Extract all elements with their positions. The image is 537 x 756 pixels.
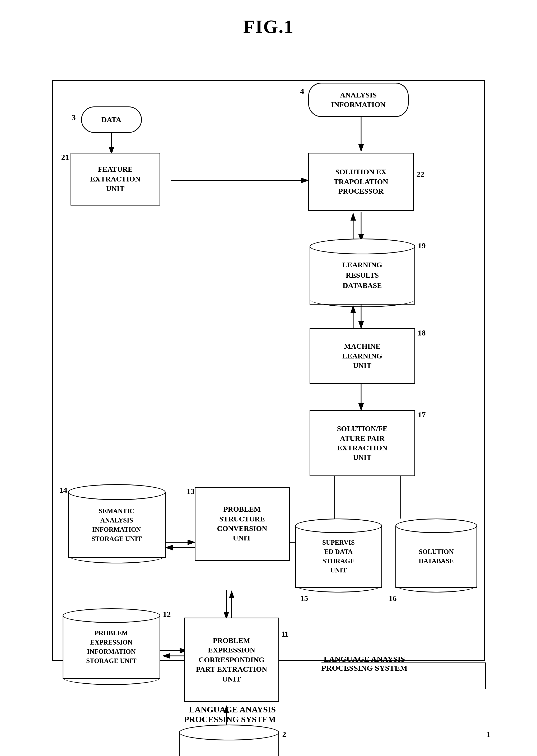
ref-17: 17 [418,410,426,419]
machine-learning-node: MACHINE LEARNING UNIT [310,328,415,384]
semantic-analysis-node: SEMANTIC ANALYSIS INFORMATION STORAGE UN… [68,484,166,564]
solution-feature-pair-node: SOLUTION/FE ATURE PAIR EXTRACTION UNIT [310,410,415,476]
problem-expression-extract-node: PROBLEM EXPRESSION CORRESPONDING PART EX… [184,617,279,702]
raw-corpus-node: RAW CORPUS [179,725,279,756]
learning-results-db: LEARNING RESULTS DATABASE [310,238,415,307]
system-label: LANGUAGE ANAYSIS PROCESSING SYSTEM [184,705,276,724]
ref-22: 22 [417,170,425,179]
ref-2: 2 [282,730,286,739]
language-analysis-label: LANGUAGE ANAYSISPROCESSING SYSTEM [321,654,408,673]
ref-18: 18 [418,328,426,337]
ref-16: 16 [389,594,397,603]
ref-12: 12 [163,609,171,619]
ref-13: 13 [187,487,195,496]
ref-1: 1 [486,730,490,739]
system-bracket-h [321,662,486,663]
ref-3: 3 [72,113,76,122]
page-title: FIG.1 [0,0,537,48]
ref-15: 15 [300,594,308,603]
diagram-container: DATA 3 ANALYSIS INFORMATION 4 FEATURE EX… [31,48,506,748]
ref-19: 19 [418,241,426,250]
ref-4: 4 [300,87,304,96]
analysis-info-node: ANALYSIS INFORMATION [308,83,409,117]
system-bracket [485,662,486,689]
problem-structure-node: PROBLEM STRUCTURE CONVERSION UNIT [195,487,290,561]
data-node: DATA [81,106,142,133]
problem-expression-storage-node: PROBLEM EXPRESSION INFORMATION STORAGE U… [62,609,160,685]
feature-extraction-node: FEATURE EXTRACTION UNIT [70,153,160,205]
ref-11: 11 [281,629,289,639]
ref-21: 21 [61,153,69,162]
solution-extrapolation-node: SOLUTION EX TRAPOLATION PROCESSOR [308,153,414,211]
supervised-data-node: SUPERVIS ED DATA STORAGE UNIT [295,519,382,593]
ref-14: 14 [60,485,67,494]
solution-database-node: SOLUTION DATABASE [395,519,477,593]
